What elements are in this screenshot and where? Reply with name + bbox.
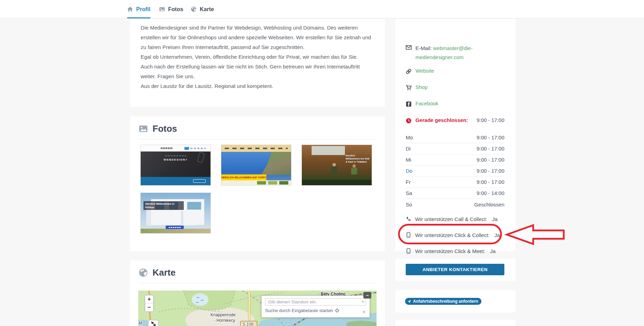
- email-row: E-Mail: webmaster@die-mediendesigner.com: [406, 44, 504, 62]
- map-fullscreen-button[interactable]: [148, 320, 159, 326]
- tab-karte-label: Karte: [200, 6, 214, 13]
- photo3-caption: Herzlich Willkommen bei Didi & Kasi in T…: [346, 154, 370, 163]
- photo1-subtext: [165, 155, 186, 156]
- business-description: Die Mediendesigner sind Ihr Partner für …: [130, 19, 385, 91]
- photo-grid: WEBDESIGN? HERZLICH WILLKOMMEN AUF CORFU: [140, 145, 372, 234]
- photos-card: Fotos WEBDESIGN?: [130, 116, 385, 251]
- link-icon: [406, 68, 412, 74]
- contact-info-card: E-Mail: webmaster@die-mediendesigner.com…: [395, 19, 515, 251]
- tablet-icon: [406, 232, 411, 238]
- call-and-collect-value: Ja: [492, 216, 498, 222]
- email-label: E-Mail:: [415, 45, 432, 51]
- click-and-meet-value: Ja: [490, 248, 496, 254]
- description-paragraph: Aus der Lausitz für die Lausitz. Regiona…: [141, 81, 374, 91]
- geocoder-hint[interactable]: Suche durch Eingabetaste starten: [265, 308, 366, 313]
- location-search-input[interactable]: [265, 298, 366, 305]
- photo4-window: [187, 202, 201, 210]
- shop-link[interactable]: Shop: [415, 84, 428, 91]
- contact-provider-button[interactable]: ANBIETER KONTAKTIEREN: [406, 264, 504, 275]
- geocoder-hint-text: Suche durch Eingabetaste starten: [265, 308, 333, 313]
- photo-icon: [139, 124, 148, 133]
- photo2-navbar: [221, 145, 291, 152]
- shop-row: Shop: [406, 84, 504, 91]
- hours-row-mi: Mi9:00 - 17:00: [406, 154, 504, 165]
- photo2-thumb: [279, 181, 288, 185]
- facebook-row: Facebook: [406, 100, 504, 107]
- photos-title-text: Fotos: [152, 123, 177, 134]
- click-and-collect-label: Wir unterstützen Click & Collect:: [415, 232, 489, 238]
- expand-icon: [151, 321, 156, 326]
- leaflet-map[interactable]: S 108 - Běły Chołmc Knappenrode - Hórnik…: [138, 291, 377, 326]
- click-and-collect-value: Ja: [494, 232, 500, 238]
- hours-row-fr: Fr9:00 - 17:00: [406, 177, 504, 188]
- open-status-label: Gerade geschlossen:: [415, 117, 468, 124]
- map-village-label-2: - Hórnikecy: [214, 318, 235, 323]
- photo4-grass: [141, 229, 210, 233]
- map-road-label: S 108: [242, 322, 254, 326]
- globe-icon: [191, 6, 197, 12]
- zoom-out-button[interactable]: −: [145, 303, 153, 311]
- directions-card: Anfahrtsbeschreibung anfordern: [395, 290, 515, 312]
- website-row: Website: [406, 68, 504, 74]
- photo1-nav-items: [190, 148, 206, 149]
- hours-row-di: Di9:00 - 17:00: [406, 143, 504, 154]
- click-and-meet-row: Wir unterstützen Click & Meet: Ja: [406, 243, 504, 259]
- hours-row-so: SoGeschlossen: [406, 199, 504, 210]
- home-icon: [127, 6, 133, 12]
- photo4-column: [181, 211, 183, 225]
- opening-hours-table: Mo9:00 - 17:00 Di9:00 - 17:00 Mi9:00 - 1…: [406, 132, 504, 210]
- facebook-link[interactable]: Facebook: [415, 100, 438, 107]
- photo3-person: [351, 168, 357, 174]
- call-and-collect-label: Wir unterstützen Call & Collect:: [415, 216, 487, 222]
- open-status-row: Gerade geschlossen: 9:00 - 17:00: [406, 117, 504, 124]
- photo1-nav-chip: [184, 147, 189, 150]
- map-section-title: Karte: [139, 267, 175, 278]
- map-village-label-1: Knappenrode: [210, 312, 236, 317]
- geocoder-collapse-button[interactable]: −: [363, 292, 371, 299]
- tab-karte[interactable]: Karte: [191, 0, 214, 18]
- photo3-window: [312, 146, 345, 155]
- hours-row-mo: Mo9:00 - 17:00: [406, 132, 504, 143]
- photo2-caption: HERZLICH WILLKOMMEN AUF CORFU: [221, 174, 266, 180]
- photo2-thumb: [257, 181, 266, 185]
- photo1-header: [141, 145, 210, 152]
- description-card: Die Mediendesigner sind Ihr Partner für …: [130, 19, 385, 107]
- photo4-caption: Herzlich Willkommen in Fethiye: [143, 201, 184, 210]
- cart-icon: [406, 85, 412, 91]
- photo3-person: [332, 163, 336, 166]
- photo4-button-shape: [166, 226, 184, 229]
- click-and-collect-row: Wir unterstützen Click & Collect: Ja: [406, 227, 504, 243]
- geocoder-add-icon[interactable]: +: [362, 309, 365, 315]
- click-and-meet-label: Wir unterstützen Click & Meet:: [415, 248, 485, 254]
- photo-thumbnail-fethiye[interactable]: Herzlich Willkommen in Fethiye: [140, 193, 211, 234]
- photo3-person: [353, 164, 356, 168]
- next-card-stub: [395, 320, 515, 326]
- tab-fotos-label: Fotos: [168, 6, 183, 13]
- phone-icon: [406, 216, 411, 222]
- photo3-person: [331, 166, 337, 174]
- photo-icon: [159, 6, 165, 12]
- facebook-icon: [406, 101, 412, 107]
- navigation-arrow-icon: [407, 300, 411, 303]
- photo1-logo: [161, 147, 173, 149]
- photo2-nav-items: [225, 148, 288, 149]
- service-features: Wir unterstützen Call & Collect: Ja Wir …: [406, 211, 504, 259]
- call-and-collect-row: Wir unterstützen Call & Collect: Ja: [406, 211, 504, 227]
- tab-bar: Profil Fotos Karte: [0, 0, 644, 18]
- directions-badge[interactable]: Anfahrtsbeschreibung anfordern: [405, 298, 481, 305]
- photo-thumbnail-thailand[interactable]: Herzlich Willkommen bei Didi & Kasi in T…: [302, 145, 372, 186]
- website-link[interactable]: Website: [415, 68, 434, 74]
- description-paragraph: Egal ob Unternehmen, Verein, öffentliche…: [141, 52, 374, 62]
- divider: [139, 283, 377, 283]
- tab-profil[interactable]: Profil: [127, 0, 150, 18]
- hours-row-sa: Sa9:00 - 14:00: [406, 188, 504, 199]
- directions-badge-label: Anfahrtsbeschreibung anfordern: [413, 299, 478, 304]
- tab-fotos[interactable]: Fotos: [159, 0, 183, 18]
- clear-search-icon[interactable]: ×: [362, 299, 364, 304]
- zoom-in-button[interactable]: +: [145, 295, 153, 303]
- photo-thumbnail-corfu[interactable]: HERZLICH WILLKOMMEN AUF CORFU: [221, 145, 291, 186]
- description-paragraph: Die Mediendesigner sind Ihr Partner für …: [141, 23, 374, 52]
- photo-thumbnail-webdesign[interactable]: WEBDESIGN?: [140, 145, 211, 186]
- photo1-button-shape: [193, 179, 206, 183]
- map-card: Karte S 108 - Běły C: [130, 260, 385, 326]
